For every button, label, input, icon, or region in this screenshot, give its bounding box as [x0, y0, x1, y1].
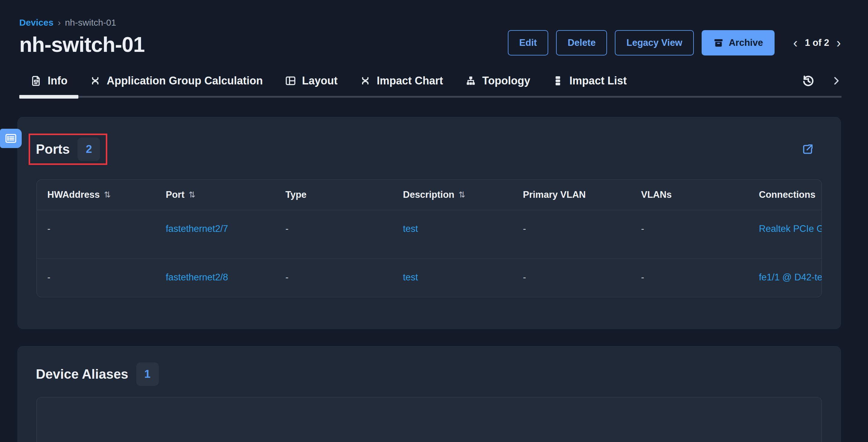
ports-title-group: Ports 2 — [29, 134, 107, 165]
device-aliases-card: Device Aliases 1 — [18, 346, 841, 442]
column-header-vlans: VLANs — [630, 180, 748, 210]
cell-vlans: - — [630, 210, 748, 258]
breadcrumb-current: nh-switch-01 — [65, 18, 116, 28]
legacy-view-button[interactable]: Legacy View — [615, 30, 694, 56]
cell-hwaddress: - — [37, 210, 155, 258]
ports-card-header: Ports 2 — [36, 134, 822, 165]
aliases-title-group: Device Aliases 1 — [29, 358, 166, 390]
chevron-right-icon[interactable] — [831, 76, 841, 86]
column-header-hwaddress[interactable]: HWAddress ⇅ — [37, 180, 155, 210]
list-panel-icon — [4, 132, 17, 145]
delete-button[interactable]: Delete — [556, 30, 607, 56]
main-content: Ports 2 HWAddress ⇅ Port ⇅ — [0, 98, 868, 442]
column-header-port[interactable]: Port ⇅ — [155, 180, 275, 210]
cell-vlans: - — [630, 259, 748, 297]
breadcrumb-devices-link[interactable]: Devices — [19, 18, 53, 28]
tab-impact-list-label: Impact List — [569, 75, 627, 87]
ports-count-badge: 2 — [78, 138, 100, 161]
tab-layout-label: Layout — [302, 75, 338, 87]
tab-impact-chart-label: Impact Chart — [377, 75, 443, 87]
column-header-primary-vlan: Primary VLAN — [513, 180, 630, 210]
external-link-icon[interactable] — [801, 142, 815, 156]
connection-link[interactable]: fe1/1 @ D42-te — [759, 272, 822, 283]
ports-table-header-row: HWAddress ⇅ Port ⇅ Type Description ⇅ Pr… — [37, 180, 822, 210]
impact-icon — [89, 75, 101, 87]
aliases-count-badge: 1 — [136, 362, 159, 386]
sort-icon[interactable]: ⇅ — [189, 190, 195, 199]
tab-info[interactable]: Info — [19, 75, 79, 87]
rows-icon — [552, 75, 564, 87]
document-icon — [30, 75, 42, 87]
archive-button[interactable]: Archive — [702, 30, 775, 56]
tab-bar: Info Application Group Calculation Layou… — [19, 73, 841, 98]
tab-layout[interactable]: Layout — [274, 75, 348, 87]
description-link[interactable]: test — [403, 272, 418, 283]
ports-section-title: Ports — [36, 142, 70, 157]
page-header: Devices › nh-switch-01 nh-switch-01 Edit… — [0, 0, 868, 56]
tabs-overflow — [801, 73, 841, 88]
archive-button-label: Archive — [729, 37, 763, 48]
cell-hwaddress: - — [37, 259, 155, 297]
history-icon[interactable] — [801, 73, 815, 88]
aliases-section-title: Device Aliases — [36, 366, 128, 382]
tab-topology[interactable]: Topology — [454, 75, 541, 87]
column-header-type: Type — [275, 180, 393, 210]
impact-icon — [359, 75, 371, 87]
aliases-card-header: Device Aliases 1 — [36, 358, 822, 390]
breadcrumb-separator: › — [58, 18, 61, 28]
side-panel-toggle-button[interactable] — [0, 129, 22, 148]
topology-icon — [465, 75, 477, 87]
table-row: - fastethernet2/7 - test - - Realtek PCI… — [37, 210, 822, 258]
column-header-description[interactable]: Description ⇅ — [393, 180, 513, 210]
archive-icon — [713, 37, 724, 48]
breadcrumb: Devices › nh-switch-01 — [19, 18, 841, 28]
tab-agc-label: Application Group Calculation — [107, 75, 263, 87]
ports-table: HWAddress ⇅ Port ⇅ Type Description ⇅ Pr… — [36, 179, 822, 297]
table-row: - fastethernet2/8 - test - - fe1/1 @ D42… — [37, 258, 822, 297]
header-actions: Edit Delete Legacy View Archive ‹ 1 of 2… — [508, 30, 841, 56]
cell-primary-vlan: - — [513, 259, 630, 297]
sort-icon[interactable]: ⇅ — [459, 190, 466, 199]
layout-icon — [284, 75, 297, 87]
connection-link[interactable]: Realtek PCIe G — [759, 224, 822, 234]
pager-label: 1 of 2 — [805, 37, 829, 48]
pager: ‹ 1 of 2 › — [793, 36, 841, 50]
cell-primary-vlan: - — [513, 210, 630, 258]
aliases-table — [36, 397, 822, 442]
cell-type: - — [275, 210, 393, 258]
port-link[interactable]: fastethernet2/8 — [166, 272, 228, 283]
pager-next-icon[interactable]: › — [836, 36, 841, 50]
column-header-connections: Connections — [748, 180, 822, 210]
port-link[interactable]: fastethernet2/7 — [166, 224, 228, 234]
sort-icon[interactable]: ⇅ — [104, 190, 111, 199]
edit-button[interactable]: Edit — [508, 30, 549, 56]
description-link[interactable]: test — [403, 224, 418, 234]
tab-impact-list[interactable]: Impact List — [541, 75, 638, 87]
pager-prev-icon[interactable]: ‹ — [793, 36, 798, 50]
tab-info-label: Info — [48, 75, 67, 87]
ports-card: Ports 2 HWAddress ⇅ Port ⇅ — [18, 117, 841, 329]
tab-topology-label: Topology — [482, 75, 530, 87]
tab-application-group-calculation[interactable]: Application Group Calculation — [79, 75, 274, 87]
cell-type: - — [275, 259, 393, 297]
tab-impact-chart[interactable]: Impact Chart — [348, 75, 454, 87]
